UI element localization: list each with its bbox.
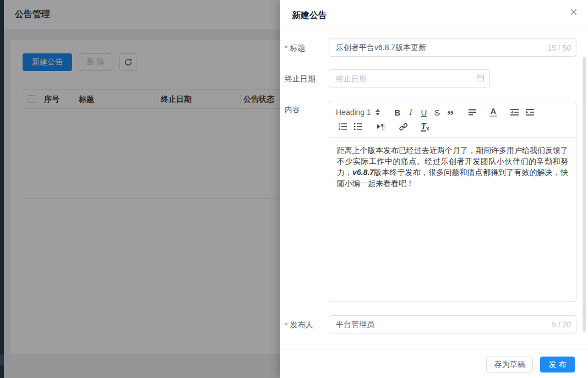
bullet-list-icon[interactable] [351, 120, 364, 133]
version-highlight: v6.8.7 [352, 168, 374, 177]
close-icon[interactable]: × [570, 6, 578, 19]
drawer-footer: 存为草稿 发 布 [280, 349, 588, 378]
select-carets-icon [375, 109, 380, 116]
strikethrough-icon[interactable]: S [431, 106, 444, 119]
editor-content[interactable]: 距离上个版本发布已经过去近两个月了，期间许多用户给我们反馈了不少实际工作中的痛点… [329, 138, 576, 196]
text-color-icon[interactable]: A [487, 106, 500, 119]
underline-icon[interactable]: U [417, 106, 431, 119]
blockquote-icon[interactable]: ” [444, 103, 457, 122]
save-draft-button[interactable]: 存为草稿 [486, 357, 533, 372]
editor-toolbar: Heading 1 B I U S ” A [329, 101, 576, 138]
indent-icon[interactable] [523, 106, 536, 119]
enddate-input[interactable] [329, 69, 490, 87]
bold-icon[interactable]: B [391, 106, 404, 119]
text-direction-icon[interactable]: ¶ [374, 120, 388, 133]
link-icon[interactable] [396, 120, 410, 133]
drawer-scrollbar-thumb[interactable] [582, 57, 586, 332]
ordered-list-icon[interactable] [336, 120, 349, 133]
publisher-char-counter: 5 / 20 [552, 320, 571, 329]
drawer-title: 新建公告 [292, 10, 327, 21]
outdent-icon[interactable] [508, 106, 521, 119]
new-announcement-drawer: 新建公告 × *标题 15 / 50 终止日期 内容 Heading 1 B [280, 0, 588, 378]
publisher-label: *发布人 [285, 320, 313, 330]
publish-button[interactable]: 发 布 [540, 357, 575, 372]
required-asterisk: * [285, 43, 287, 52]
calendar-icon [476, 74, 484, 82]
drawer-header: 新建公告 × [280, 0, 588, 30]
enddate-label: 终止日期 [285, 74, 315, 84]
title-char-counter: 15 / 50 [547, 43, 571, 52]
italic-icon[interactable]: I [404, 106, 417, 119]
publisher-input[interactable] [329, 315, 576, 333]
clear-format-icon[interactable]: Tx [418, 120, 432, 133]
title-input[interactable] [329, 39, 576, 57]
content-label: 内容 [285, 105, 300, 115]
align-icon[interactable] [466, 106, 479, 119]
heading-select[interactable]: Heading 1 [336, 108, 383, 117]
rich-text-editor: Heading 1 B I U S ” A [329, 101, 576, 302]
title-label: *标题 [285, 43, 305, 53]
announcement-management-screen: 公告管理 新建公告 删 除 序号 标题 终止日期 公告状态 新建公告 × [0, 0, 588, 378]
required-asterisk: * [285, 320, 287, 329]
